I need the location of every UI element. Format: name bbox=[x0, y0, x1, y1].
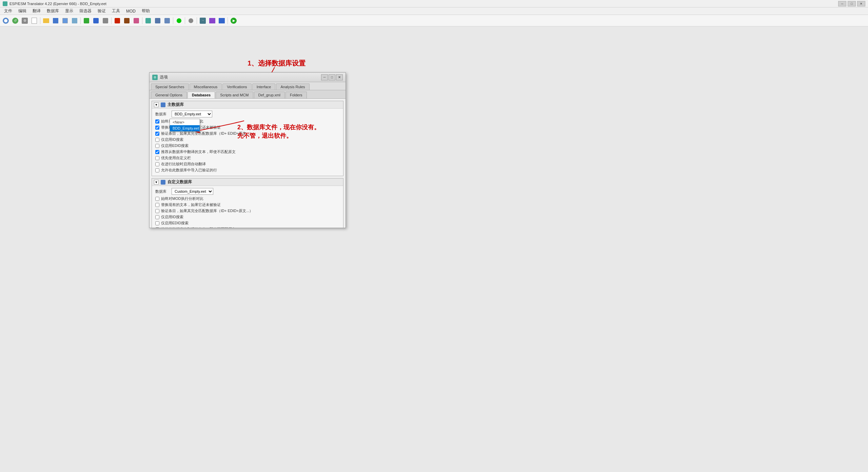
menu-mod[interactable]: MOD bbox=[123, 8, 138, 14]
toolbar-btn-export[interactable] bbox=[70, 16, 79, 25]
toolbar-btn-circle-green[interactable] bbox=[175, 16, 183, 25]
menu-edit[interactable]: 编辑 bbox=[16, 7, 29, 15]
menu-tools[interactable]: 工具 bbox=[109, 7, 123, 15]
main-cb-8-input[interactable] bbox=[155, 168, 159, 172]
titlebar-close[interactable]: ✕ bbox=[857, 1, 865, 6]
toolbar-sep-2 bbox=[80, 17, 81, 24]
options-dialog: ⚙ 选项 ─ □ ✕ Special Searches Miscellaneou… bbox=[149, 72, 346, 228]
custom-db-select[interactable]: Custom_Empty.eet bbox=[172, 188, 213, 195]
toolbar-btn-list2[interactable] bbox=[122, 16, 131, 25]
dialog-icon: ⚙ bbox=[152, 75, 158, 80]
db-dropdown-menu[interactable]: <New> BDD_Empty.eet bbox=[170, 119, 200, 132]
toolbar-btn-doc1[interactable] bbox=[144, 16, 153, 25]
main-cb-3-label: 仅启用ID搜索 bbox=[161, 137, 183, 142]
toolbar-btn-open[interactable] bbox=[42, 16, 51, 25]
custom-cb-0: 始终对MOD执行分析对比 bbox=[155, 196, 340, 201]
custom-cb-5-label: 推荐从数据库中翻译的文本，即使不匹配原文 bbox=[161, 227, 236, 228]
titlebar-maximize[interactable]: □ bbox=[848, 1, 856, 6]
main-cb-1-input[interactable] bbox=[155, 126, 159, 130]
custom-cb-4-label: 仅启用EDID搜索 bbox=[161, 221, 189, 226]
dropdown-option-bdd[interactable]: BDD_Empty.eet bbox=[170, 125, 200, 131]
main-db-label: 数据库 bbox=[155, 112, 169, 117]
tab-verifications[interactable]: Verifications bbox=[222, 83, 251, 90]
dropdown-option-new[interactable]: <New> bbox=[170, 119, 200, 125]
toolbar-btn-db3[interactable] bbox=[101, 16, 110, 25]
menu-translate[interactable]: 翻译 bbox=[30, 7, 43, 15]
menu-help[interactable]: 帮助 bbox=[139, 7, 153, 15]
toolbar-btn-list1[interactable] bbox=[113, 16, 122, 25]
custom-cb-1-input[interactable] bbox=[155, 203, 159, 207]
tab-bar-row2: General Options Databases Scripts and MC… bbox=[150, 90, 346, 99]
main-cb-4: 仅启用EDID搜索 bbox=[155, 143, 340, 148]
menu-display[interactable]: 显示 bbox=[62, 7, 76, 15]
toolbar-btn-list3[interactable] bbox=[132, 16, 141, 25]
main-cb-5-label: 推荐从数据库中翻译的文本，即使不匹配原文 bbox=[161, 149, 236, 154]
main-cb-6-label: 优先使用自定义栏 bbox=[161, 155, 191, 161]
toolbar-btn-2[interactable]: ↺ bbox=[11, 16, 20, 25]
toolbar-btn-db1[interactable] bbox=[82, 16, 91, 25]
custom-cb-1-label: 替换现有的文本，如果它还未被验证 bbox=[161, 202, 221, 207]
tab-databases[interactable]: Databases bbox=[188, 92, 215, 98]
main-db-collapse[interactable]: ▼ bbox=[154, 102, 159, 107]
toolbar-btn-circle-gray[interactable] bbox=[186, 16, 195, 25]
tab-folders[interactable]: Folders bbox=[285, 92, 307, 98]
tab-def-grup[interactable]: Def_grup.xml bbox=[254, 92, 285, 98]
main-db-select[interactable]: BDD_Empty.eet bbox=[172, 111, 212, 117]
dialog-scrollable[interactable]: ▼ 主数据库 数据库 BDD_Empty.eet 始终对M bbox=[150, 99, 346, 228]
toolbar-btn-arrow-teal[interactable]: → bbox=[198, 16, 207, 25]
tab-analysis-rules[interactable]: Analysis Rules bbox=[276, 83, 309, 90]
toolbar-btn-db2[interactable] bbox=[92, 16, 100, 25]
custom-cb-2-label: 验证条目，如果其完全匹配数据库（ID+ EDID+原文...） bbox=[161, 208, 253, 213]
main-cb-4-input[interactable] bbox=[155, 144, 159, 148]
custom-cb-2-input[interactable] bbox=[155, 209, 159, 213]
tab-general-options[interactable]: General Options bbox=[151, 92, 187, 98]
toolbar-btn-saveas[interactable] bbox=[61, 16, 70, 25]
tab-scripts-mcm[interactable]: Scripts and MCM bbox=[216, 92, 253, 98]
menubar: 文件 编辑 翻译 数据库 显示 筛选器 验证 工具 MOD 帮助 bbox=[0, 7, 868, 15]
main-cb-7-input[interactable] bbox=[155, 162, 159, 166]
toolbar-btn-doc3[interactable] bbox=[163, 16, 172, 25]
custom-cb-0-input[interactable] bbox=[155, 197, 159, 201]
main-cb-0-input[interactable] bbox=[155, 119, 159, 124]
toolbar-btn-3[interactable]: ⚙ bbox=[20, 16, 29, 25]
custom-cb-4-input[interactable] bbox=[155, 221, 159, 225]
main-cb-7: 在进行比较时启用自动翻译 bbox=[155, 162, 340, 167]
toolbar-btn-4[interactable] bbox=[30, 16, 39, 25]
main-cb-8-label: 允许在此数据库中导入已验证的行 bbox=[161, 168, 217, 173]
main-db-form-row: 数据库 BDD_Empty.eet bbox=[155, 111, 340, 117]
dialog-maximize[interactable]: □ bbox=[329, 74, 335, 80]
toolbar-btn-arrow-blue[interactable] bbox=[217, 16, 226, 25]
custom-cb-3-input[interactable] bbox=[155, 215, 159, 219]
custom-db-collapse[interactable]: ▼ bbox=[154, 180, 159, 185]
custom-db-header: ▼ 自定义数据库 bbox=[152, 178, 343, 186]
custom-cb-5-input[interactable] bbox=[155, 227, 159, 228]
toolbar-btn-book[interactable] bbox=[208, 16, 217, 25]
custom-db-body: 数据库 Custom_Empty.eet 始终对MOD执行分析对比 替换现有的文… bbox=[152, 186, 343, 228]
main-cb-2-label: 验证条目，如果其完全匹配数据库（ID+ EDID+原文...） bbox=[161, 131, 253, 136]
dialog-minimize[interactable]: ─ bbox=[321, 74, 328, 80]
main-cb-8: 允许在此数据库中导入已验证的行 bbox=[155, 168, 340, 173]
main-cb-2-input[interactable] bbox=[155, 132, 159, 136]
tab-bar-row1: Special Searches Miscellaneous Verificat… bbox=[150, 82, 346, 90]
menu-database[interactable]: 数据库 bbox=[44, 7, 62, 15]
tab-miscellaneous[interactable]: Miscellaneous bbox=[190, 83, 222, 90]
custom-cb-0-label: 始终对MOD执行分析对比 bbox=[161, 196, 203, 201]
menu-verify[interactable]: 验证 bbox=[95, 7, 108, 15]
custom-cb-5: 推荐从数据库中翻译的文本，即使不匹配原文 bbox=[155, 227, 340, 228]
titlebar-minimize[interactable]: ─ bbox=[838, 1, 846, 6]
toolbar-sep-6 bbox=[185, 17, 185, 24]
toolbar-btn-play[interactable]: ▶ bbox=[229, 16, 238, 25]
menu-filter[interactable]: 筛选器 bbox=[77, 7, 94, 15]
toolbar-btn-save[interactable] bbox=[51, 16, 60, 25]
toolbar-btn-doc2[interactable] bbox=[153, 16, 162, 25]
dialog-close[interactable]: ✕ bbox=[336, 74, 343, 80]
tab-interface[interactable]: Interface bbox=[252, 83, 276, 90]
toolbar-btn-1[interactable] bbox=[1, 16, 10, 25]
custom-db-form-row: 数据库 Custom_Empty.eet bbox=[155, 188, 340, 195]
menu-file[interactable]: 文件 bbox=[1, 7, 15, 15]
main-cb-3-input[interactable] bbox=[155, 138, 159, 142]
custom-cb-1: 替换现有的文本，如果它还未被验证 bbox=[155, 202, 340, 207]
main-cb-6-input[interactable] bbox=[155, 156, 159, 160]
tab-special-searches[interactable]: Special Searches bbox=[151, 83, 189, 90]
main-cb-5-input[interactable] bbox=[155, 150, 159, 154]
